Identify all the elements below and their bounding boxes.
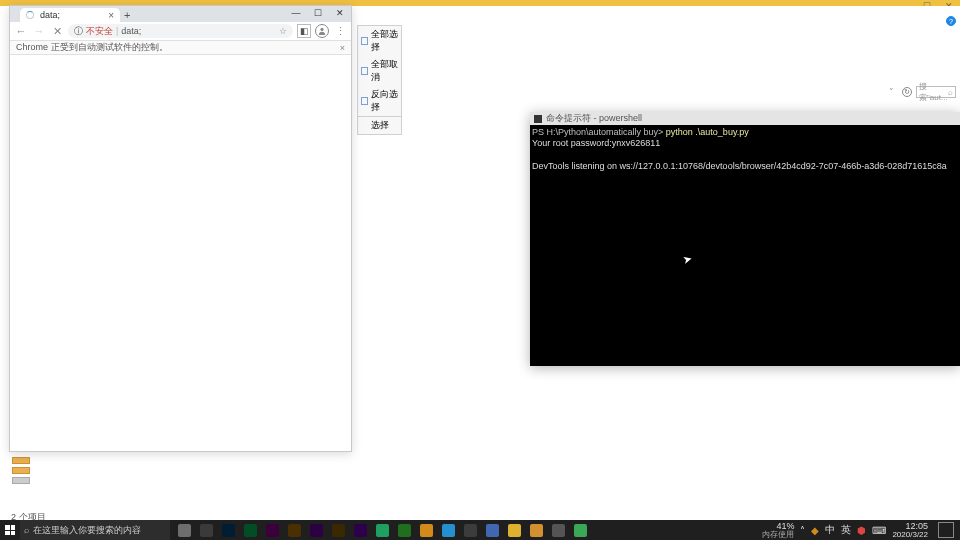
taskbar-app-icon[interactable] [284,520,304,540]
ctx-item-label: 全部选择 [371,28,398,54]
ctx-select-all[interactable]: 全部选择 [358,26,401,56]
start-button[interactable] [0,520,20,540]
account-icon[interactable] [315,24,329,38]
terminal-body[interactable]: PS H:\Python\automatically buy> python .… [530,125,960,174]
chrome-window-buttons: — ☐ ✕ [285,6,351,20]
ctx-deselect-all[interactable]: 全部取消 [358,56,401,86]
refresh-icon[interactable]: ↻ [902,87,912,97]
file-thumbnail[interactable] [12,467,30,474]
taskbar: ⌕ 在这里输入你要搜索的内容 41% 内存使用 ˄ ◆ 中 英 ⬢ ⌨ 12:0… [0,520,960,540]
tab-close-button[interactable]: × [108,10,114,21]
new-tab-button[interactable]: + [124,9,130,22]
taskbar-app-icon[interactable] [218,520,238,540]
keyboard-icon[interactable]: ⌨ [872,525,886,536]
security-label: 不安全 [86,25,113,38]
svg-point-0 [320,28,323,31]
infobar-close-button[interactable]: × [340,43,345,53]
info-icon: ⓘ [74,25,83,38]
taskbar-clock[interactable]: 12:05 2020/3/22 [892,522,928,539]
taskbar-app-icon[interactable] [328,520,348,540]
notifications-button[interactable] [938,522,954,538]
ctx-footer: 选择 [358,117,401,134]
taskbar-app-icon[interactable] [306,520,326,540]
browser-tab[interactable]: data; × [20,8,120,22]
taskbar-app-icon[interactable] [394,520,414,540]
search-icon: ⌕ [948,88,953,97]
taskbar-app-icon[interactable] [482,520,502,540]
chrome-menu-button[interactable]: ⋮ [333,24,347,38]
infobar-text: Chrome 正受到自动测试软件的控制。 [16,41,168,54]
chrome-window: data; × + — ☐ ✕ ← → ✕ ⓘ 不安全 | data; ☆ ◧ … [9,5,352,452]
taskbar-app-icon[interactable] [262,520,282,540]
clock-date: 2020/3/22 [892,531,928,539]
taskbar-app-icon[interactable] [240,520,260,540]
taskbar-app-icon[interactable] [438,520,458,540]
taskbar-app-icon[interactable] [416,520,436,540]
terminal-window: 命令提示符 - powershell PS H:\Python\automati… [530,112,960,366]
taskbar-app-icon[interactable] [196,520,216,540]
taskbar-app-icon[interactable] [350,520,370,540]
context-menu: 全部选择 全部取消 反向选择 选择 [357,25,402,135]
back-button[interactable]: ← [14,24,28,38]
taskbar-app-icon[interactable] [372,520,392,540]
checkbox-icon [361,67,368,75]
taskbar-app-icon[interactable] [504,520,524,540]
bookmark-star-icon[interactable]: ☆ [279,26,287,36]
ime-lang1[interactable]: 中 [825,523,835,537]
system-tray: 41% 内存使用 ˄ ◆ 中 英 ⬢ ⌨ 12:05 2020/3/22 [756,522,960,539]
ctx-item-label: 反向选择 [371,88,398,114]
file-thumbnail[interactable] [12,477,30,484]
extension-icon[interactable]: ◧ [297,24,311,38]
ctx-item-label: 全部取消 [371,58,398,84]
tray-app-icon[interactable]: ◆ [811,525,819,536]
loading-spinner-icon [26,11,34,19]
checkbox-icon [361,37,368,45]
windows-logo-icon [5,525,15,535]
file-thumbnail[interactable] [12,457,30,464]
help-icon[interactable]: ? [946,16,956,26]
search-input[interactable]: 搜索"aut... ⌕ [916,86,956,98]
chrome-minimize-button[interactable]: — [285,6,307,20]
taskbar-app-icon[interactable] [526,520,546,540]
terminal-title: 命令提示符 - powershell [546,112,642,125]
taskbar-search-input[interactable]: ⌕ 在这里输入你要搜索的内容 [20,520,170,540]
tray-chevron-up-icon[interactable]: ˄ [800,525,805,536]
search-placeholder: 搜索"aut... [919,81,948,103]
taskbar-search-placeholder: 在这里输入你要搜索的内容 [33,524,141,537]
chevron-down-icon[interactable]: ˅ [884,85,898,99]
toolbar-right: ˅ ↻ 搜索"aut... ⌕ [884,85,956,99]
memory-usage-meter[interactable]: 41% 内存使用 [762,522,794,539]
taskbar-app-icon[interactable] [570,520,590,540]
ctx-invert[interactable]: 反向选择 [358,86,401,116]
ctx-footer-label: 选择 [371,119,389,132]
terminal-command: python .\auto_buy.py [663,127,748,137]
chrome-maximize-button[interactable]: ☐ [307,6,329,20]
taskbar-app-icon[interactable] [460,520,480,540]
ime-lang2[interactable]: 英 [841,523,851,537]
terminal-output-line: DevTools listening on ws://127.0.0.1:107… [532,161,947,171]
tab-title: data; [40,10,60,20]
chrome-address-bar: ← → ✕ ⓘ 不安全 | data; ☆ ◧ ⋮ [10,22,351,41]
url-input[interactable]: ⓘ 不安全 | data; ☆ [68,24,293,38]
tray-shield-icon[interactable]: ⬢ [857,525,866,536]
stop-reload-button[interactable]: ✕ [50,24,64,38]
terminal-output-line: Your root password:ynxv626811 [532,138,660,148]
taskbar-pinned-apps [174,520,590,540]
forward-button[interactable]: → [32,24,46,38]
chrome-close-button[interactable]: ✕ [329,6,351,20]
taskbar-app-icon[interactable] [174,520,194,540]
terminal-prompt: PS H:\Python\automatically buy> [532,127,663,137]
url-text: data; [121,26,141,36]
chrome-tabbar: data; × + — ☐ ✕ [10,6,351,22]
terminal-titlebar[interactable]: 命令提示符 - powershell [530,112,960,125]
chrome-infobar: Chrome 正受到自动测试软件的控制。 × [10,41,351,55]
search-icon: ⌕ [24,525,29,535]
file-thumbnails [12,457,30,484]
memory-label: 内存使用 [762,531,794,539]
terminal-icon [534,115,542,123]
checkbox-icon [361,97,368,105]
separator: | [116,26,118,36]
taskbar-app-icon[interactable] [548,520,568,540]
